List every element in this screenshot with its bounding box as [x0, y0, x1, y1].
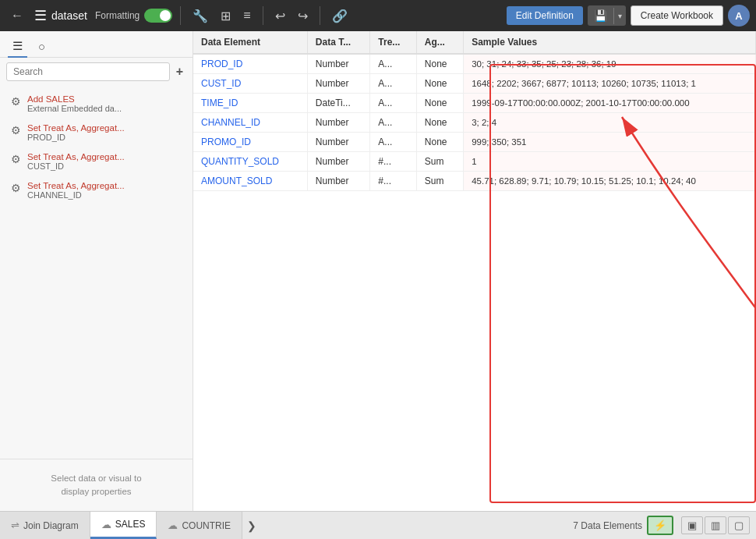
- formatting-label: Formatting: [95, 10, 140, 21]
- tab-join-diagram[interactable]: ⇌ Join Diagram: [0, 512, 90, 539]
- settings-icon: ⚙: [11, 124, 21, 137]
- list-item[interactable]: ⚙ Set Treat As, Aggregat... CUST_ID: [3, 147, 189, 176]
- tab-circle-icon[interactable]: ○: [34, 37, 50, 58]
- table-row[interactable]: PROD_ID Number A... None 30; 31; 24; 33;…: [193, 54, 756, 74]
- cell-treat: A...: [370, 133, 417, 152]
- settings-icon: ⚙: [11, 153, 21, 165]
- data-table-wrapper[interactable]: Data Element Data T... Tre... Ag... Samp…: [193, 31, 756, 511]
- cell-element: PROMO_ID: [193, 133, 307, 152]
- cell-treat: A...: [370, 94, 417, 113]
- cell-treat: A...: [370, 74, 417, 94]
- save-dropdown-button[interactable]: ▾: [613, 8, 626, 24]
- next-tab-button[interactable]: ❯: [242, 516, 261, 535]
- tab-countries[interactable]: ☁ COUNTRIE: [157, 512, 242, 539]
- split-view-button[interactable]: ▥: [705, 516, 726, 534]
- list-view-button[interactable]: ▢: [728, 516, 750, 534]
- toggle-knob: [160, 10, 171, 21]
- list-item[interactable]: ⚙ Set Treat As, Aggregat... CHANNEL_ID: [3, 176, 189, 204]
- left-panel-footer: Select data or visual todisplay properti…: [0, 459, 193, 512]
- tab-list-icon[interactable]: ☰: [8, 36, 27, 58]
- cell-datatype: DateTi...: [307, 94, 370, 113]
- table-row[interactable]: TIME_ID DateTi... A... None 1999-09-17T0…: [193, 94, 756, 113]
- separator-1: [180, 6, 181, 25]
- col-header-datatype: Data T...: [307, 31, 370, 54]
- table-row[interactable]: AMOUNT_SOLD Number #... Sum 45.71; 628.8…: [193, 172, 756, 191]
- cell-datatype: Number: [307, 113, 370, 133]
- list-item[interactable]: ⚙ Set Treat As, Aggregat... PROD_ID: [3, 119, 189, 147]
- cell-sample: 999; 350; 351: [464, 133, 756, 152]
- table-row[interactable]: PROMO_ID Number A... None 999; 350; 351: [193, 133, 756, 152]
- countries-cloud-icon: ☁: [168, 519, 178, 531]
- edit-definition-button[interactable]: Edit Definition: [507, 6, 583, 25]
- add-button[interactable]: +: [173, 63, 186, 80]
- bottom-info: 7 Data Elements ⚡: [565, 516, 681, 535]
- sales-label: SALES: [115, 519, 146, 530]
- cell-agg: Sum: [416, 172, 463, 191]
- item-subtitle: PROD_ID: [27, 133, 125, 142]
- cell-element: PROD_ID: [193, 54, 307, 74]
- dataset-icon: ☰: [34, 7, 47, 24]
- settings-icon: ⚙: [11, 95, 21, 108]
- item-title: Set Treat As, Aggregat...: [27, 123, 125, 133]
- item-text: Set Treat As, Aggregat... PROD_ID: [27, 123, 125, 142]
- table-header-row: Data Element Data T... Tre... Ag... Samp…: [193, 31, 756, 54]
- create-workbook-button[interactable]: Create Workbook: [631, 5, 723, 26]
- item-text: Set Treat As, Aggregat... CUST_ID: [27, 152, 125, 171]
- table-row[interactable]: CUST_ID Number A... None 1648; 2202; 366…: [193, 74, 756, 94]
- cell-datatype: Number: [307, 172, 370, 191]
- cell-treat: A...: [370, 54, 417, 74]
- cell-element: QUANTITY_SOLD: [193, 152, 307, 172]
- cell-datatype: Number: [307, 74, 370, 94]
- list-view-button[interactable]: ≡: [239, 5, 254, 26]
- cell-sample: 1: [464, 152, 756, 172]
- data-table: Data Element Data T... Tre... Ag... Samp…: [193, 31, 756, 191]
- settings-icon: ⚙: [11, 182, 21, 194]
- join-diagram-label: Join Diagram: [23, 520, 79, 531]
- avatar[interactable]: A: [728, 5, 750, 27]
- table-row[interactable]: CHANNEL_ID Number A... None 3; 2; 4: [193, 113, 756, 133]
- wrench-button[interactable]: 🔧: [189, 5, 212, 27]
- col-header-sample: Sample Values: [464, 31, 756, 54]
- cell-datatype: Number: [307, 54, 370, 74]
- item-text: Set Treat As, Aggregat... CHANNEL_ID: [27, 181, 125, 200]
- bottom-bar: ⇌ Join Diagram ☁ SALES ☁ COUNTRIE ❯ 7 Da…: [0, 511, 756, 539]
- join-diagram-icon: ⇌: [11, 519, 19, 531]
- grid-view-button[interactable]: ▣: [681, 516, 703, 534]
- table-row[interactable]: QUANTITY_SOLD Number #... Sum 1: [193, 152, 756, 172]
- footer-text: Select data or visual todisplay properti…: [51, 473, 141, 496]
- cell-element: CUST_ID: [193, 74, 307, 94]
- cell-sample: 1648; 2202; 3667; 6877; 10113; 10260; 10…: [464, 74, 756, 94]
- left-panel-tabs: ☰ ○: [0, 31, 193, 58]
- cell-datatype: Number: [307, 133, 370, 152]
- save-group: 💾 ▾: [588, 5, 626, 26]
- item-subtitle: CHANNEL_ID: [27, 190, 125, 200]
- data-elements-label: 7 Data Elements: [573, 520, 642, 531]
- cell-agg: None: [416, 74, 463, 94]
- view-buttons: ▣ ▥ ▢: [681, 516, 756, 534]
- link-button[interactable]: 🔗: [328, 5, 352, 27]
- grid-view-button[interactable]: ⊞: [217, 5, 235, 27]
- main-layout: ☰ ○ + ⚙ Add SALES External Embedded da..…: [0, 31, 756, 511]
- left-panel-items: ⚙ Add SALES External Embedded da... ⚙ Se…: [0, 86, 193, 459]
- cell-element: TIME_ID: [193, 94, 307, 113]
- item-title: Set Treat As, Aggregat...: [27, 181, 125, 190]
- redo-button[interactable]: ↪: [294, 5, 312, 27]
- lightning-button[interactable]: ⚡: [647, 516, 673, 535]
- item-subtitle: CUST_ID: [27, 161, 125, 171]
- save-button[interactable]: 💾: [588, 5, 613, 26]
- cell-agg: None: [416, 94, 463, 113]
- countries-label: COUNTRIE: [182, 520, 231, 531]
- main-toolbar: ← ☰ dataset Formatting 🔧 ⊞ ≡ ↩ ↪ 🔗 Edit …: [0, 0, 756, 31]
- cell-agg: None: [416, 133, 463, 152]
- undo-button[interactable]: ↩: [271, 5, 289, 27]
- separator-3: [320, 6, 320, 25]
- search-input[interactable]: [6, 62, 170, 81]
- back-button[interactable]: ←: [6, 5, 28, 26]
- cell-sample: 3; 2; 4: [464, 113, 756, 133]
- list-item[interactable]: ⚙ Add SALES External Embedded da...: [3, 90, 189, 118]
- cell-treat: #...: [370, 152, 417, 172]
- formatting-toggle[interactable]: [144, 9, 172, 23]
- tab-sales[interactable]: ☁ SALES: [90, 512, 157, 539]
- cell-agg: Sum: [416, 152, 463, 172]
- cell-datatype: Number: [307, 152, 370, 172]
